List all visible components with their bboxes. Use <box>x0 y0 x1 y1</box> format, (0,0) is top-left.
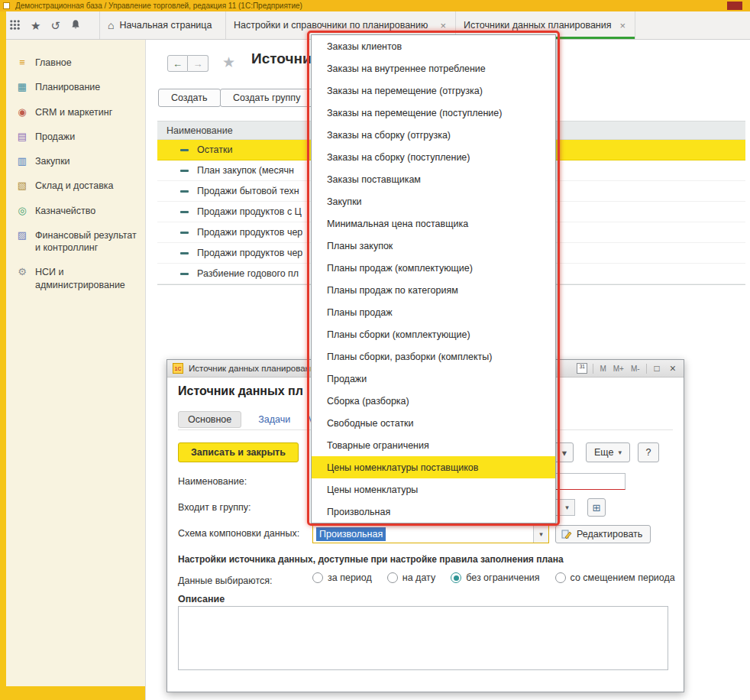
dropdown-item[interactable]: Минимальная цена поставщика <box>312 212 555 235</box>
radio-label: на дату <box>402 572 435 583</box>
sidebar-item[interactable]: ▥ Закупки <box>6 149 145 173</box>
list-element-dash-icon <box>180 211 189 213</box>
dropdown-item-label: Цены номенклатуры поставщиков <box>327 462 478 473</box>
period-radio-group: за период на дату без ограничения со сме… <box>312 572 675 583</box>
group-dropdown-arrow-icon[interactable]: ▾ <box>559 500 574 515</box>
sidebar-item-icon: ▦ <box>16 81 28 93</box>
radio-circle-icon <box>312 572 323 583</box>
radio-label: за период <box>328 572 372 583</box>
group-open-button[interactable]: ⊞ <box>587 498 606 517</box>
radio-option[interactable]: за период <box>312 572 372 583</box>
chevron-down-icon: ▾ <box>618 449 622 456</box>
sidebar-item-label: Закупки <box>35 155 70 167</box>
dropdown-item[interactable]: Товарные ограничения <box>312 434 555 456</box>
dropdown-item[interactable]: Планы продаж (комплектующие) <box>312 257 555 279</box>
dropdown-item[interactable]: Заказы на сборку (поступление) <box>312 146 555 168</box>
name-field-label: Наименование: <box>178 476 247 487</box>
more-button[interactable]: Еще ▾ <box>586 442 630 462</box>
more-label: Еще <box>594 447 613 458</box>
sidebar-item[interactable]: ≡ Главное <box>6 50 145 75</box>
tab-label: Источники данных планирования <box>464 20 612 31</box>
window-close-button[interactable] <box>727 2 742 10</box>
help-button[interactable]: ? <box>638 442 659 462</box>
bell-icon[interactable] <box>70 19 81 31</box>
dropdown-item[interactable]: Планы продаж <box>312 301 555 323</box>
row-name: Продажи продуктов чер <box>197 248 302 258</box>
tab-label: Начальная страница <box>119 20 212 31</box>
edit-schema-button[interactable]: Редактировать <box>555 525 651 543</box>
menu-grid-icon[interactable] <box>9 19 21 32</box>
dropdown-item[interactable]: Цены номенклатуры <box>312 478 555 501</box>
dropdown-item-label: Планы закупок <box>327 241 393 251</box>
sidebar-item[interactable]: ◎ Казначейство <box>6 199 145 223</box>
sidebar-item[interactable]: ▤ Продажи <box>6 125 145 149</box>
sidebar-item[interactable]: ▧ Склад и доставка <box>6 173 145 198</box>
radio-option[interactable]: на дату <box>387 572 435 583</box>
add-favorite-star-icon[interactable]: ★ <box>222 53 235 71</box>
radio-option[interactable]: без ограничения <box>451 572 539 583</box>
schema-combo[interactable]: Произвольная ▾ <box>312 525 549 543</box>
group-field-label: Входит в группу: <box>178 502 251 513</box>
sidebar-item-label: CRM и маркетинг <box>35 106 112 118</box>
favorites-star-icon[interactable]: ★ <box>31 20 40 31</box>
list-element-dash-icon <box>180 170 189 172</box>
dropdown-item[interactable]: Заказы клиентов <box>312 35 555 57</box>
dropdown-item[interactable]: Заказы на перемещение (отгрузка) <box>312 79 555 102</box>
dialog-heading: Источник данных пл <box>178 384 303 398</box>
schema-dropdown-arrow-icon[interactable]: ▾ <box>533 526 548 543</box>
memory-m-minus-button[interactable]: M- <box>630 365 641 373</box>
dropdown-item[interactable]: Заказы на сборку (отгрузка) <box>312 124 555 146</box>
dropdown-item[interactable]: Заказы поставщикам <box>312 168 555 190</box>
memory-m-button[interactable]: M <box>599 365 606 373</box>
form-tab-tasks[interactable]: Задачи <box>258 414 290 425</box>
dialog-close-button[interactable]: × <box>668 362 678 374</box>
dropdown-item-label: Планы продаж по категориям <box>327 285 458 296</box>
tab-close-icon[interactable]: × <box>618 20 627 31</box>
radio-circle-icon <box>387 572 398 583</box>
sidebar-bottom-strip <box>0 686 145 700</box>
radio-label: без ограничения <box>466 572 539 583</box>
dropdown-item[interactable]: Цены номенклатуры поставщиков <box>312 456 555 478</box>
radio-circle-icon <box>555 572 566 583</box>
dropdown-item[interactable]: Заказы на перемещение (поступление) <box>312 102 555 124</box>
row-name: Продажи продуктов чер <box>197 227 302 238</box>
radio-circle-icon <box>451 572 461 583</box>
row-name: Продажи продуктов с Ц <box>197 206 302 217</box>
back-button[interactable]: ← <box>167 55 188 72</box>
create-group-button[interactable]: Создать группу <box>220 89 313 107</box>
dropdown-item[interactable]: Продажи <box>312 368 555 390</box>
memory-m-plus-button[interactable]: M+ <box>613 365 625 373</box>
dropdown-item[interactable]: Планы сборки (комплектующие) <box>312 323 555 345</box>
forward-button[interactable]: → <box>188 55 209 72</box>
radio-option[interactable]: со смещением периода <box>555 572 675 583</box>
dropdown-item-label: Заказы клиентов <box>327 41 402 52</box>
sidebar-item[interactable]: ⚙ НСИ и администрирование <box>6 260 145 297</box>
description-textarea[interactable] <box>178 606 668 670</box>
dropdown-item-label: Заказы на внутреннее потребление <box>327 63 486 74</box>
1c-logo-icon: 1С <box>173 363 183 374</box>
sidebar-item[interactable]: ▨ Финансовый результат и контроллинг <box>6 223 145 261</box>
dropdown-item-label: Заказы на сборку (поступление) <box>327 152 470 163</box>
sidebar-item-label: Главное <box>35 57 72 69</box>
tab-home-page[interactable]: ⌂ Начальная страница <box>99 11 226 39</box>
tab-close-icon[interactable]: × <box>438 20 448 31</box>
sidebar-item[interactable]: ▦ Планирование <box>6 75 145 99</box>
create-button[interactable]: Создать <box>158 89 221 107</box>
dropdown-item[interactable]: Заказы на внутреннее потребление <box>312 57 555 79</box>
description-label: Описание <box>178 594 225 604</box>
dropdown-item[interactable]: Планы сборки, разборки (комплекты) <box>312 345 555 368</box>
dropdown-item[interactable]: Произвольная <box>312 501 555 523</box>
dropdown-item[interactable]: Свободные остатки <box>312 412 555 434</box>
dropdown-item[interactable]: Планы продаж по категориям <box>312 279 555 301</box>
sidebar-item-label: Продажи <box>35 131 75 143</box>
form-tab-main[interactable]: Основное <box>178 411 241 428</box>
save-and-close-button[interactable]: Записать и закрыть <box>178 442 299 462</box>
dialog-maximize-button[interactable]: □ <box>652 363 662 374</box>
dropdown-item[interactable]: Сборка (разборка) <box>312 390 555 412</box>
history-icon[interactable]: ↺ <box>50 20 60 31</box>
sidebar-item-icon: ▥ <box>16 155 28 167</box>
dropdown-item[interactable]: Закупки <box>312 190 555 212</box>
sidebar-item[interactable]: ◉ CRM и маркетинг <box>6 100 145 125</box>
calendar-icon[interactable]: 31 <box>577 363 587 374</box>
dropdown-item[interactable]: Планы закупок <box>312 235 555 257</box>
